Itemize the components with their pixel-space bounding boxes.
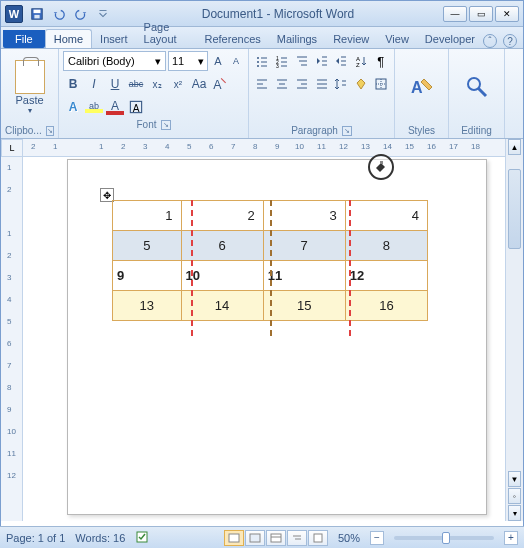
align-center-button[interactable] <box>273 74 292 94</box>
ruler-mark: 8 <box>253 142 257 151</box>
clipboard-launcher[interactable]: ↘ <box>46 126 54 136</box>
decrease-indent-button[interactable] <box>312 51 331 71</box>
vertical-ruler[interactable]: 1 2 1 2 3 4 5 6 7 8 9 10 11 12 <box>1 157 23 521</box>
group-font: Calibri (Body)▾ 11▾ A A B I U abc x₂ x² … <box>59 49 249 138</box>
table-cell[interactable]: 8 <box>345 231 427 261</box>
font-name-combo[interactable]: Calibri (Body)▾ <box>63 51 166 71</box>
tab-selector[interactable]: L <box>1 139 23 157</box>
help-button[interactable]: ? <box>503 34 517 48</box>
editing-button[interactable] <box>464 51 490 123</box>
ruler-mark: 4 <box>7 295 11 304</box>
redo-button[interactable] <box>71 5 91 23</box>
print-layout-view[interactable] <box>224 530 244 546</box>
font-launcher[interactable]: ↘ <box>161 120 171 130</box>
change-case-button[interactable]: Aa <box>189 74 209 94</box>
table-cell[interactable]: 5 <box>113 231 182 261</box>
scroll-up-button[interactable]: ▲ <box>508 139 521 155</box>
font-size-combo[interactable]: 11▾ <box>168 51 208 71</box>
tab-developer[interactable]: Developer <box>417 30 483 48</box>
paste-button[interactable]: Paste ▾ <box>5 51 54 123</box>
styles-button[interactable]: A <box>408 51 436 123</box>
table-cell[interactable]: 9 <box>113 261 182 291</box>
document-page[interactable]: ✥ 1234 5678 9101112 13141516 <box>67 159 487 515</box>
zoom-out-button[interactable]: − <box>370 531 384 545</box>
svg-rect-58 <box>314 534 322 542</box>
vertical-scrollbar[interactable]: ▲ ▼ ◦ ▾ <box>505 139 523 521</box>
zoom-slider-handle[interactable] <box>442 532 450 544</box>
bullets-button[interactable] <box>253 51 272 71</box>
increase-indent-button[interactable] <box>332 51 351 71</box>
horizontal-ruler[interactable]: 2 1 1 2 3 4 5 6 7 8 9 10 11 12 13 14 15 … <box>23 139 505 157</box>
table-cell[interactable]: 6 <box>181 231 263 261</box>
tab-insert[interactable]: Insert <box>92 30 136 48</box>
text-border-button[interactable]: A <box>126 97 146 117</box>
italic-button[interactable]: I <box>84 74 104 94</box>
prev-page-button[interactable]: ◦ <box>508 488 521 504</box>
paragraph-launcher[interactable]: ↘ <box>342 126 352 136</box>
table-cell[interactable]: 10 <box>181 261 263 291</box>
next-page-button[interactable]: ▾ <box>508 505 521 521</box>
full-screen-view[interactable] <box>245 530 265 546</box>
bold-button[interactable]: B <box>63 74 83 94</box>
table-cell[interactable]: 16 <box>345 291 427 321</box>
line-spacing-button[interactable] <box>332 74 351 94</box>
tab-home[interactable]: Home <box>45 29 92 48</box>
table-cell[interactable]: 4 <box>345 201 427 231</box>
table-cell[interactable]: 1 <box>113 201 182 231</box>
scroll-thumb[interactable] <box>508 169 521 249</box>
maximize-button[interactable]: ▭ <box>469 6 493 22</box>
table-cell[interactable]: 2 <box>181 201 263 231</box>
borders-button[interactable] <box>371 74 390 94</box>
web-layout-view[interactable] <box>266 530 286 546</box>
text-effects-button[interactable]: A <box>63 97 83 117</box>
table-cell[interactable]: 14 <box>181 291 263 321</box>
sort-button[interactable]: AZ <box>352 51 371 71</box>
highlight-button[interactable]: ab <box>84 97 104 117</box>
table-cell[interactable]: 13 <box>113 291 182 321</box>
table-cell[interactable]: 7 <box>263 231 345 261</box>
close-button[interactable]: ✕ <box>495 6 519 22</box>
draft-view[interactable] <box>308 530 328 546</box>
file-tab[interactable]: File <box>3 30 45 48</box>
align-left-button[interactable] <box>253 74 272 94</box>
save-button[interactable] <box>27 5 47 23</box>
page-indicator[interactable]: Page: 1 of 1 <box>6 532 65 544</box>
scroll-down-button[interactable]: ▼ <box>508 471 521 487</box>
shading-button[interactable] <box>352 74 371 94</box>
proofing-icon[interactable] <box>135 530 149 546</box>
shrink-font-button[interactable]: A <box>228 52 244 70</box>
minimize-ribbon-button[interactable]: ˆ <box>483 34 497 48</box>
ruler-mark: 13 <box>361 142 370 151</box>
tab-page-layout[interactable]: Page Layout <box>136 18 197 48</box>
superscript-button[interactable]: x² <box>168 74 188 94</box>
justify-button[interactable] <box>312 74 331 94</box>
show-marks-button[interactable]: ¶ <box>371 51 390 71</box>
ruler-mark: 1 <box>7 163 11 172</box>
undo-button[interactable] <box>49 5 69 23</box>
zoom-in-button[interactable]: + <box>504 531 518 545</box>
grow-font-button[interactable]: A <box>210 52 226 70</box>
underline-button[interactable]: U <box>105 74 125 94</box>
strikethrough-button[interactable]: abc <box>126 74 146 94</box>
table-cell[interactable]: 15 <box>263 291 345 321</box>
table-cell[interactable]: 3 <box>263 201 345 231</box>
multilevel-list-button[interactable] <box>292 51 311 71</box>
zoom-level[interactable]: 50% <box>338 532 360 544</box>
align-right-button[interactable] <box>292 74 311 94</box>
outline-view[interactable] <box>287 530 307 546</box>
qat-customize[interactable] <box>93 5 113 23</box>
tab-view[interactable]: View <box>377 30 417 48</box>
tab-references[interactable]: References <box>197 30 269 48</box>
group-paragraph: 123 AZ ¶ Paragraph↘ <box>249 49 395 138</box>
clear-formatting-button[interactable]: A <box>210 74 230 94</box>
tab-review[interactable]: Review <box>325 30 377 48</box>
numbering-button[interactable]: 123 <box>273 51 292 71</box>
tab-mailings[interactable]: Mailings <box>269 30 325 48</box>
font-color-button[interactable]: A <box>105 97 125 117</box>
word-count[interactable]: Words: 16 <box>75 532 125 544</box>
zoom-slider[interactable] <box>394 536 494 540</box>
minimize-button[interactable]: — <box>443 6 467 22</box>
table-cell[interactable]: 11 <box>263 261 345 291</box>
subscript-button[interactable]: x₂ <box>147 74 167 94</box>
table-cell[interactable]: 12 <box>345 261 427 291</box>
